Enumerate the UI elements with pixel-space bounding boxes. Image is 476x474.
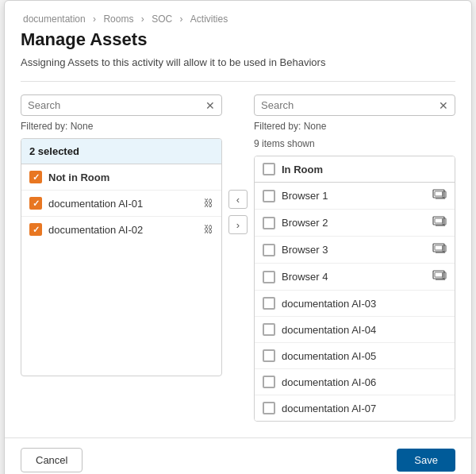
right-item-label-browser1: Browser 1 [282, 190, 423, 202]
checkbox-ai-02[interactable] [29, 223, 42, 236]
link-icon-ai-01[interactable]: ⛓ [204, 198, 213, 209]
right-item-label-ai-05: documentation AI-05 [282, 350, 447, 362]
right-header-label: In Room [282, 164, 447, 175]
breadcrumb-documentation[interactable]: documentation [23, 13, 86, 25]
right-item-label-browser2: Browser 2 [282, 217, 423, 229]
right-item-label-browser4: Browser 4 [282, 271, 423, 283]
page-title: Manage Assets [21, 29, 455, 50]
modal-body: documentation › Rooms › SOC › Activities… [5, 1, 471, 434]
right-list-item-ai-04[interactable]: documentation AI-04 [255, 317, 455, 343]
move-right-button[interactable]: › [228, 215, 248, 234]
checkbox-ai-05[interactable] [263, 349, 275, 362]
items-shown-count: 9 items shown [254, 138, 455, 149]
right-search-box[interactable]: ✕ [254, 94, 455, 116]
checkbox-not-in-room[interactable] [29, 171, 42, 183]
checkbox-ai-07[interactable] [263, 402, 275, 414]
browser-icon-1 [432, 189, 447, 202]
manage-assets-modal: documentation › Rooms › SOC › Activities… [4, 0, 472, 474]
subtitle: Assigning Assets to this activity will a… [21, 56, 455, 68]
right-list-item-ai-07[interactable]: documentation AI-07 [255, 395, 455, 421]
right-search-clear-icon[interactable]: ✕ [439, 100, 448, 111]
left-list-item-ai-01[interactable]: documentation AI-01 ⛓ [21, 191, 221, 217]
svg-rect-5 [435, 218, 443, 223]
right-list-item-ai-05[interactable]: documentation AI-05 [255, 343, 455, 369]
svg-rect-9 [435, 245, 443, 250]
left-list-container: 2 selected Not in Room documentation AI-… [21, 138, 222, 376]
checkbox-ai-03[interactable] [263, 297, 275, 310]
breadcrumb-soc[interactable]: SOC [152, 13, 172, 25]
svg-rect-1 [435, 191, 443, 196]
left-item-label-not-in-room: Not in Room [48, 171, 213, 183]
right-list-item-ai-03[interactable]: documentation AI-03 [255, 291, 455, 317]
checkbox-ai-04[interactable] [263, 323, 275, 336]
breadcrumb-rooms[interactable]: Rooms [103, 13, 133, 25]
breadcrumb-activities[interactable]: Activities [190, 13, 228, 25]
checkbox-browser4[interactable] [263, 271, 275, 283]
cancel-button[interactable]: Cancel [21, 448, 83, 472]
checkbox-browser3[interactable] [263, 244, 275, 256]
checkbox-ai-01[interactable] [29, 197, 42, 210]
divider [21, 81, 455, 82]
left-list-item-ai-02[interactable]: documentation AI-02 ⛓ [21, 217, 221, 242]
left-search-box[interactable]: ✕ [21, 94, 222, 116]
right-list-item-browser2[interactable]: Browser 2 [255, 210, 455, 237]
svg-rect-13 [435, 272, 443, 277]
breadcrumb: documentation › Rooms › SOC › Activities [21, 13, 455, 25]
right-list-item-browser4[interactable]: Browser 4 [255, 264, 455, 291]
left-item-label-ai-02: documentation AI-02 [48, 224, 194, 236]
checkbox-browser2[interactable] [263, 217, 275, 229]
checkbox-ai-06[interactable] [263, 376, 275, 388]
left-item-label-ai-01: documentation AI-01 [48, 198, 194, 210]
right-list-container: In Room Browser 1 [254, 156, 455, 422]
right-item-label-ai-04: documentation AI-04 [282, 324, 447, 336]
link-icon-ai-02[interactable]: ⛓ [204, 224, 213, 235]
checkbox-in-room-all[interactable] [263, 163, 275, 175]
right-item-label-ai-06: documentation AI-06 [282, 376, 447, 388]
move-left-button[interactable]: ‹ [228, 190, 248, 209]
right-panel: ✕ Filtered by: None 9 items shown In Roo… [254, 94, 455, 422]
arrow-panel: ‹ › [222, 190, 254, 234]
right-item-label-ai-07: documentation AI-07 [282, 403, 447, 414]
modal-footer: Cancel Save [5, 437, 471, 474]
left-list-item-not-in-room[interactable]: Not in Room [21, 164, 221, 191]
right-list-item-browser3[interactable]: Browser 3 [255, 237, 455, 264]
right-list-item-ai-06[interactable]: documentation AI-06 [255, 369, 455, 395]
right-search-input[interactable] [261, 99, 439, 111]
right-item-label-browser3: Browser 3 [282, 244, 423, 256]
right-filter-text: Filtered by: None [254, 121, 455, 132]
right-list-header: In Room [255, 156, 455, 183]
left-filter-text: Filtered by: None [21, 121, 222, 132]
left-panel: ✕ Filtered by: None 2 selected Not in Ro… [21, 94, 222, 376]
browser-icon-3 [432, 243, 447, 256]
right-list-item-browser1[interactable]: Browser 1 [255, 183, 455, 210]
panels-container: ✕ Filtered by: None 2 selected Not in Ro… [21, 94, 455, 422]
left-search-input[interactable] [28, 99, 205, 111]
checkbox-browser1[interactable] [263, 190, 275, 202]
browser-icon-2 [432, 216, 447, 229]
left-list-header: 2 selected [21, 139, 221, 164]
left-search-clear-icon[interactable]: ✕ [205, 100, 215, 111]
browser-icon-4 [432, 270, 447, 283]
right-item-label-ai-03: documentation AI-03 [282, 298, 447, 310]
save-button[interactable]: Save [397, 449, 455, 472]
